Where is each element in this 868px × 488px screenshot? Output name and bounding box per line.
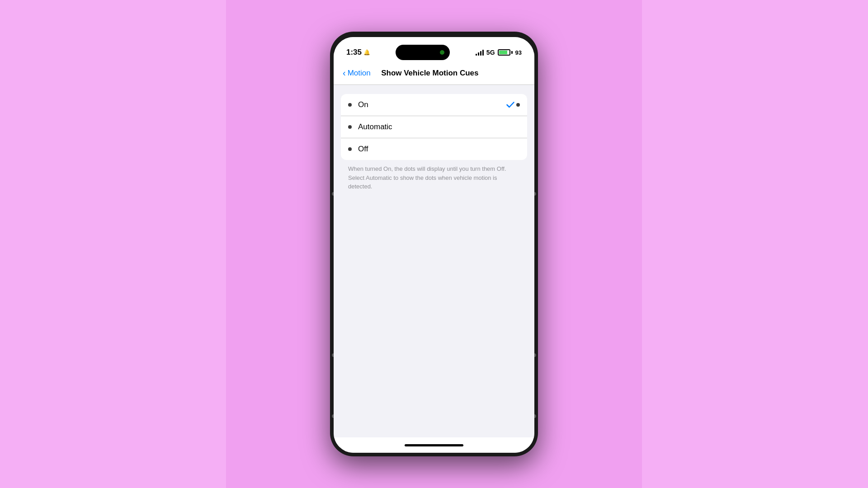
checkmark-dot	[516, 103, 520, 107]
option-on-label: On	[358, 100, 506, 109]
back-button[interactable]: ‹ Motion	[343, 69, 371, 78]
battery-tip	[511, 51, 513, 54]
row-dot-on	[348, 103, 352, 107]
phone-screen: 1:35 🔔 5G	[334, 37, 534, 453]
bell-icon: 🔔	[363, 49, 370, 56]
signal-bar-2	[478, 52, 479, 56]
signal-bar-4	[482, 50, 484, 56]
background-left	[0, 0, 226, 488]
options-group: On Automatic Off	[341, 94, 527, 160]
row-dot-automatic	[348, 125, 352, 129]
signal-bars	[476, 49, 484, 56]
back-chevron-icon: ‹	[343, 68, 346, 77]
background-right	[642, 0, 868, 488]
phone-body: 1:35 🔔 5G	[330, 32, 538, 456]
phone-device: 1:35 🔔 5G	[330, 32, 538, 456]
option-off[interactable]: Off	[341, 138, 527, 160]
option-automatic[interactable]: Automatic	[341, 116, 527, 138]
status-bar: 1:35 🔔 5G	[334, 37, 534, 61]
status-time: 1:35 🔔	[346, 48, 370, 57]
camera-indicator	[440, 50, 444, 55]
signal-bar-3	[480, 51, 481, 56]
signal-bar-1	[476, 54, 477, 56]
option-off-label: Off	[358, 145, 520, 154]
content-area: On Automatic Off	[334, 85, 534, 437]
description-text: When turned On, the dots will display un…	[341, 160, 527, 197]
home-bar	[405, 444, 463, 446]
network-label: 5G	[486, 49, 495, 56]
page-title: Show Vehicle Motion Cues	[371, 69, 489, 78]
option-automatic-label: Automatic	[358, 122, 520, 131]
time-display: 1:35	[346, 48, 362, 57]
dynamic-island	[396, 45, 450, 60]
home-indicator-bar	[334, 437, 534, 453]
battery-indicator	[498, 49, 513, 56]
battery-body	[498, 49, 510, 56]
battery-percent: 93	[515, 49, 522, 56]
checkmark-icon	[506, 102, 520, 108]
battery-fill	[499, 51, 508, 54]
option-on[interactable]: On	[341, 94, 527, 116]
status-right: 5G 93	[476, 49, 522, 56]
back-label: Motion	[348, 69, 371, 78]
row-dot-off	[348, 147, 352, 151]
navigation-bar: ‹ Motion Show Vehicle Motion Cues	[334, 61, 534, 85]
